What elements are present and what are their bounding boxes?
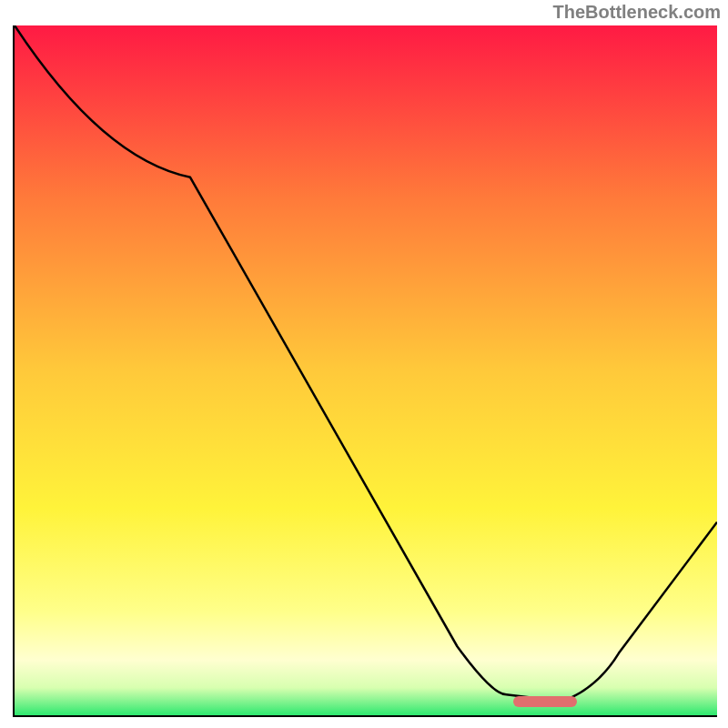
chart-plot-area bbox=[13, 25, 717, 717]
optimal-range-marker bbox=[513, 696, 576, 707]
watermark-text: TheBottleneck.com bbox=[553, 2, 721, 23]
bottleneck-curve bbox=[15, 25, 717, 715]
